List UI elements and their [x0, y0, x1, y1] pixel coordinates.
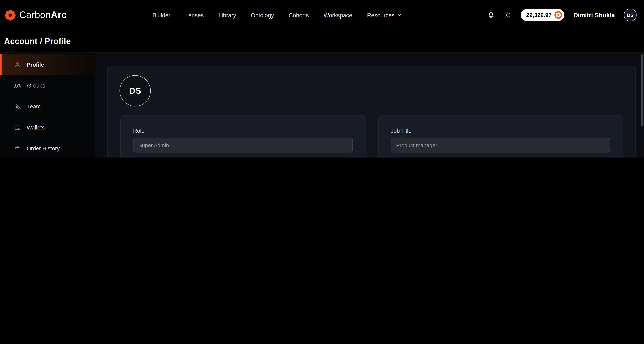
brand-wordmark: CarbonArc — [19, 10, 67, 21]
profile-avatar: DS — [120, 75, 151, 107]
team-icon — [14, 103, 21, 110]
nav-item-workspace[interactable]: Workspace — [324, 12, 352, 18]
chevron-down-icon — [397, 13, 402, 17]
job-title-label: Job Title — [391, 128, 610, 134]
role-input[interactable] — [133, 138, 353, 153]
user-name[interactable]: Dimitri Shukla — [574, 12, 615, 19]
wallet-icon — [14, 124, 21, 131]
brand-logo[interactable]: CarbonArc — [4, 9, 67, 21]
topbar-right: 29,329.97 Dimitri Shukla DS — [487, 9, 636, 22]
sidebar-item-wallets[interactable]: Wallets — [0, 117, 95, 138]
sidebar-item-label: Groups — [27, 83, 45, 89]
credits-amount: 29,329.97 — [526, 12, 552, 18]
main-nav: Builder Lenses Library Ontology Cohorts … — [67, 12, 487, 18]
nav-item-library[interactable]: Library — [218, 12, 236, 18]
nav-item-resources-label: Resources — [367, 12, 394, 18]
credits-balance-pill[interactable]: 29,329.97 — [521, 9, 564, 21]
bag-icon — [14, 145, 21, 152]
sidebar-item-profile[interactable]: Profile — [0, 54, 95, 75]
account-details-panel: Role First Name Last Name Email — [120, 115, 366, 158]
nav-item-cohorts[interactable]: Cohorts — [289, 12, 309, 18]
page-title: Account / Profile — [0, 30, 644, 53]
nav-item-ontology[interactable]: Ontology — [251, 12, 274, 18]
nav-item-resources[interactable]: Resources — [367, 12, 401, 18]
sidebar-item-label: Profile — [27, 62, 44, 68]
sidebar-item-label: Order History — [27, 145, 60, 152]
account-sidebar: Profile Groups Team — [0, 53, 95, 158]
job-title-input[interactable] — [391, 138, 610, 153]
person-icon — [14, 61, 21, 68]
sidebar-item-label: Wallets — [27, 125, 45, 131]
job-details-panel: Job Title What industry are you in? AI N… — [378, 115, 623, 158]
credits-coin-icon — [554, 11, 562, 19]
nav-item-lenses[interactable]: Lenses — [185, 12, 204, 18]
vertical-scrollbar-thumb[interactable] — [641, 54, 643, 126]
main-content: DS Role First Name Last Name — [95, 53, 644, 158]
top-nav: CarbonArc Builder Lenses Library Ontolog… — [0, 0, 644, 30]
sidebar-item-order-history[interactable]: Order History — [0, 138, 95, 158]
sidebar-item-groups[interactable]: Groups — [0, 75, 95, 96]
sidebar-item-team[interactable]: Team — [0, 96, 95, 117]
app-window: CarbonArc Builder Lenses Library Ontolog… — [0, 0, 644, 158]
user-avatar[interactable]: DS — [624, 9, 637, 22]
theme-sun-icon[interactable] — [504, 11, 512, 19]
carbonarc-flower-icon — [4, 9, 16, 21]
notifications-bell-icon[interactable] — [487, 11, 495, 19]
role-label: Role — [133, 128, 353, 134]
profile-card: DS Role First Name Last Name — [107, 66, 636, 158]
nav-item-builder[interactable]: Builder — [152, 12, 170, 18]
sidebar-item-label: Team — [27, 104, 41, 110]
groups-icon — [14, 82, 21, 89]
